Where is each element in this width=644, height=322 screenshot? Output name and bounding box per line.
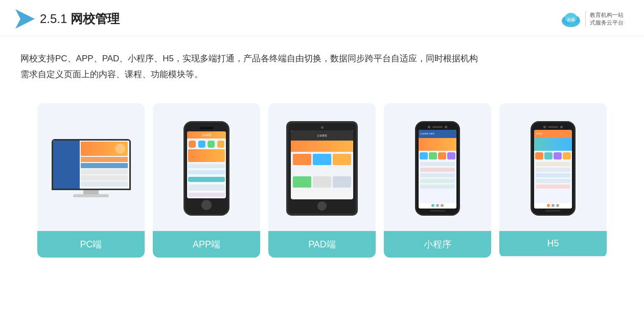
- brand-logo: 云朵 教育机构一站 式服务云平台: [560, 10, 624, 28]
- miniapp-phone-mockup: 云朵课堂小程序: [415, 121, 460, 216]
- description: 网校支持PC、APP、PAD、小程序、H5，实现多端打通，产品各终端自由切换，数…: [0, 36, 644, 88]
- card-app-label: APP端: [153, 231, 260, 258]
- card-miniapp: 云朵课堂小程序: [384, 103, 491, 258]
- card-pad-label: PAD端: [268, 231, 376, 258]
- description-line1: 网校支持PC、APP、PAD、小程序、H5，实现多端打通，产品各终端自由切换，数…: [20, 51, 624, 66]
- pc-screen: [52, 139, 131, 190]
- card-h5: H5页面: [499, 103, 607, 258]
- brand-icon: 云朵: [560, 10, 582, 28]
- header-left: 2.5.1 网校管理: [15, 9, 120, 29]
- svg-marker-0: [15, 9, 35, 29]
- header-right: 云朵 教育机构一站 式服务云平台: [560, 10, 624, 28]
- page: 2.5.1 网校管理 云朵 教育机构一站 式服务云平台 网校: [0, 0, 644, 322]
- description-line2: 需求自定义页面上的内容、课程、功能模块等。: [20, 66, 624, 82]
- card-app-image: 云朵课堂: [153, 103, 260, 231]
- app-phone-mockup: 云朵课堂: [183, 121, 229, 216]
- logo-arrow-icon: [15, 9, 35, 29]
- card-h5-image: H5页面: [499, 103, 607, 231]
- card-pc-label: PC端: [37, 231, 145, 258]
- svg-text:云朵: 云朵: [567, 17, 576, 22]
- header: 2.5.1 网校管理 云朵 教育机构一站 式服务云平台: [0, 0, 644, 36]
- card-pad: 云朵课堂 PAD端: [268, 103, 376, 258]
- card-pc: PC端: [37, 103, 145, 258]
- card-pad-image: 云朵课堂: [268, 103, 376, 231]
- page-title: 2.5.1 网校管理: [40, 11, 120, 27]
- pad-mockup: 云朵课堂: [286, 121, 358, 216]
- card-app: 云朵课堂: [153, 103, 260, 258]
- cards-section: PC端 云朵课堂: [0, 88, 644, 268]
- card-miniapp-image: 云朵课堂小程序: [384, 103, 491, 231]
- card-pc-image: [37, 103, 145, 231]
- h5-phone-mockup: H5页面: [531, 121, 576, 216]
- card-h5-label: H5: [499, 231, 607, 256]
- card-miniapp-label: 小程序: [384, 231, 491, 258]
- pc-mockup: [52, 139, 131, 197]
- brand-text: 教育机构一站 式服务云平台: [585, 11, 624, 27]
